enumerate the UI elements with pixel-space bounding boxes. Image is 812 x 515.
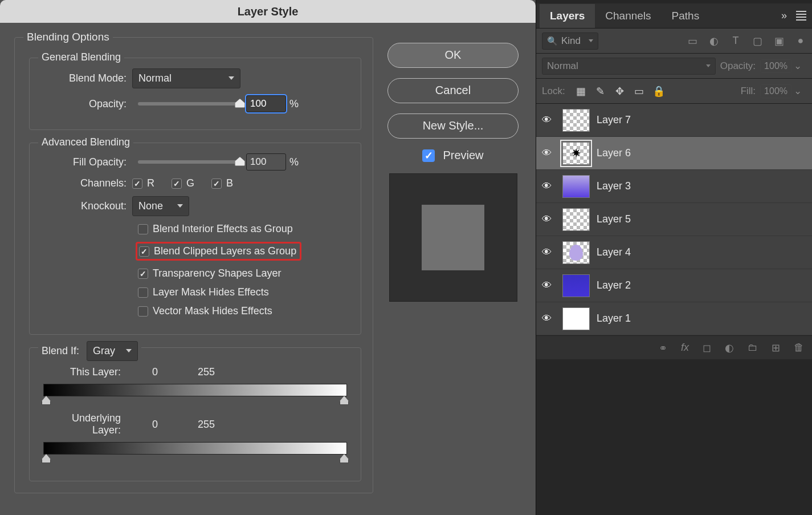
transparency-shapes-checkbox[interactable] — [138, 269, 148, 279]
fx-icon[interactable]: fx — [681, 342, 689, 354]
filter-shape-icon[interactable]: ▢ — [752, 35, 763, 47]
this-layer-thumb-high[interactable] — [340, 396, 349, 405]
knockout-select[interactable]: None — [132, 196, 189, 216]
layer-filter-value: Kind — [561, 35, 581, 47]
fill-opacity-unit: % — [289, 156, 299, 168]
delete-layer-icon[interactable]: 🗑 — [794, 342, 804, 354]
layer-list: 👁 Layer 7 👁 ✷ Layer 6 👁 Layer 3 👁 Layer … — [536, 104, 812, 335]
layer-row[interactable]: 👁 Layer 7 — [536, 104, 812, 137]
blend-if-select[interactable]: Gray — [87, 341, 138, 361]
layer-row[interactable]: 👁 Layer 1 — [536, 302, 812, 335]
opacity-slider[interactable] — [138, 102, 240, 106]
filter-adjustment-icon[interactable]: ◐ — [708, 35, 720, 47]
layer-mask-hides-checkbox[interactable] — [138, 287, 148, 298]
layer-row[interactable]: 👁 ✷ Layer 6 — [536, 137, 812, 170]
group-icon[interactable]: 🗀 — [748, 342, 758, 354]
fill-chevron-icon[interactable]: ⌄ — [791, 85, 806, 97]
opacity-input[interactable] — [246, 95, 286, 112]
layer-row[interactable]: 👁 Layer 3 — [536, 170, 812, 203]
fill-opacity-slider-thumb[interactable] — [235, 157, 245, 166]
layer-opacity-value[interactable]: 100% — [760, 59, 791, 73]
new-style-button[interactable]: New Style... — [387, 113, 519, 139]
underlying-layer-gradient[interactable] — [43, 442, 347, 455]
lock-artboard-icon[interactable]: ▭ — [634, 86, 645, 97]
filter-pixel-icon[interactable]: ▭ — [687, 35, 698, 47]
fill-value[interactable]: 100% — [760, 84, 791, 98]
layer-thumbnail[interactable] — [562, 241, 590, 264]
blend-clipped-checkbox[interactable] — [139, 246, 149, 257]
tab-paths[interactable]: Paths — [662, 4, 710, 28]
tab-channels[interactable]: Channels — [595, 4, 661, 28]
layer-row[interactable]: 👁 Layer 2 — [536, 269, 812, 302]
blend-clipped-label: Blend Clipped Layers as Group — [154, 245, 296, 257]
lock-brush-icon[interactable]: ✎ — [595, 86, 606, 97]
filter-type-icon[interactable]: T — [730, 35, 741, 47]
layer-name-label: Layer 6 — [597, 147, 631, 159]
layer-blend-mode-select[interactable]: Normal — [542, 58, 716, 75]
cancel-button[interactable]: Cancel — [387, 78, 519, 103]
visibility-eye-icon[interactable]: 👁 — [542, 148, 556, 159]
filter-smart-icon[interactable]: ▣ — [773, 35, 785, 47]
channels-label: Channels: — [41, 177, 132, 189]
channel-b-label: B — [226, 177, 233, 189]
visibility-eye-icon[interactable]: 👁 — [542, 181, 556, 192]
this-layer-label: This Layer: — [41, 366, 138, 378]
visibility-eye-icon[interactable]: 👁 — [542, 280, 556, 291]
channel-b-checkbox[interactable] — [211, 179, 222, 189]
channel-r-label: R — [147, 177, 154, 189]
layer-thumbnail[interactable] — [562, 274, 590, 297]
this-layer-thumb-low[interactable] — [42, 396, 51, 405]
filter-toggle-icon[interactable]: ● — [795, 35, 806, 47]
blend-clipped-highlight: Blend Clipped Layers as Group — [136, 242, 301, 261]
layer-name-label: Layer 1 — [597, 313, 631, 325]
underlying-thumb-high[interactable] — [340, 454, 349, 463]
visibility-eye-icon[interactable]: 👁 — [542, 313, 556, 325]
blend-mode-select[interactable]: Normal — [132, 68, 240, 88]
visibility-eye-icon[interactable]: 👁 — [542, 214, 556, 225]
vector-mask-hides-checkbox[interactable] — [138, 306, 148, 317]
lock-label: Lock: — [542, 86, 570, 97]
fill-opacity-input[interactable] — [246, 153, 286, 171]
adjustment-layer-icon[interactable]: ◐ — [725, 342, 734, 354]
layer-row[interactable]: 👁 Layer 5 — [536, 203, 812, 236]
layer-name-label: Layer 7 — [597, 114, 631, 126]
opacity-label: Opacity: — [41, 98, 132, 110]
layer-thumbnail[interactable]: ✷ — [562, 142, 590, 165]
blend-if-group: Blend If: Gray This Layer: 0 255 — [29, 347, 361, 481]
lock-all-icon[interactable]: 🔒 — [653, 86, 664, 97]
panel-menu-icon[interactable] — [796, 11, 806, 21]
layer-thumbnail[interactable] — [562, 109, 590, 132]
link-layers-icon[interactable]: ⚭ — [659, 342, 667, 354]
blend-interior-checkbox[interactable] — [138, 224, 148, 234]
this-layer-gradient[interactable] — [43, 384, 347, 396]
transparency-shapes-label: Transparency Shapes Layer — [153, 267, 281, 279]
new-layer-icon[interactable]: ⊞ — [772, 342, 780, 354]
channel-r-checkbox[interactable] — [132, 179, 142, 189]
preview-checkbox[interactable] — [422, 149, 435, 162]
panel-overflow-icon[interactable]: » — [781, 10, 787, 22]
channel-g-checkbox[interactable] — [172, 179, 182, 189]
layer-thumbnail[interactable] — [562, 307, 590, 330]
underlying-layer-low: 0 — [138, 419, 172, 431]
opacity-chevron-icon[interactable]: ⌄ — [791, 60, 806, 72]
layer-filter-select[interactable]: 🔍 Kind — [542, 33, 598, 50]
fill-opacity-slider[interactable] — [138, 160, 240, 164]
layer-mask-hides-label: Layer Mask Hides Effects — [153, 286, 269, 298]
tab-layers[interactable]: Layers — [540, 4, 595, 28]
layer-name-label: Layer 2 — [597, 279, 631, 291]
ok-button[interactable]: OK — [387, 43, 519, 68]
add-mask-icon[interactable]: ◻ — [703, 342, 711, 354]
lock-position-icon[interactable]: ✥ — [614, 86, 626, 97]
layer-thumbnail[interactable] — [562, 208, 590, 231]
visibility-eye-icon[interactable]: 👁 — [542, 247, 556, 258]
layers-panel: Layers Channels Paths » 🔍 Kind ▭ ◐ T ▢ ▣… — [536, 0, 812, 515]
knockout-value: None — [138, 200, 163, 212]
layer-row[interactable]: 👁 Layer 4 — [536, 236, 812, 269]
underlying-thumb-low[interactable] — [42, 454, 51, 463]
lock-transparency-icon[interactable]: ▦ — [576, 86, 587, 97]
visibility-eye-icon[interactable]: 👁 — [542, 115, 556, 126]
preview-swatch — [422, 205, 484, 270]
opacity-slider-thumb[interactable] — [235, 99, 245, 108]
layer-thumbnail[interactable] — [562, 175, 590, 198]
blend-interior-label: Blend Interior Effects as Group — [153, 223, 293, 235]
